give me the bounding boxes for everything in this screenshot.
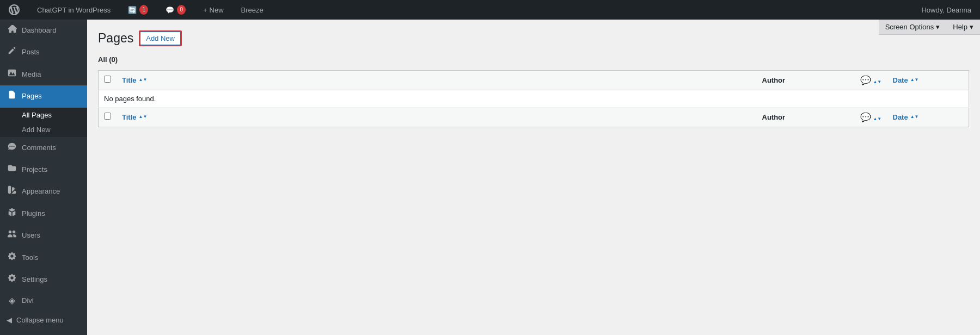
footer-column-date-header[interactable]: Date ▲▼	[887, 107, 969, 127]
screen-options-button[interactable]: Screen Options ▾	[879, 20, 947, 35]
table-header-row: Title ▲▼ Author 💬 ▲▼	[99, 70, 969, 90]
no-items-cell: No pages found.	[99, 90, 969, 107]
sidebar-item-users[interactable]: Users	[0, 225, 87, 246]
top-bar: Screen Options ▾ Help ▾	[879, 20, 980, 35]
media-icon	[7, 68, 17, 81]
adminbar-comments[interactable]: 💬 0	[161, 0, 190, 20]
dashboard-icon	[7, 24, 17, 37]
sidebar-item-pages[interactable]: Pages	[0, 85, 87, 107]
sidebar-item-tools[interactable]: Tools	[0, 247, 87, 269]
pages-icon	[7, 90, 17, 103]
adminbar-updates[interactable]: 🔄 1	[124, 0, 152, 20]
select-all-checkbox[interactable]	[104, 76, 111, 83]
admin-bar: ChatGPT in WordPress 🔄 1 💬 0 + New Breez…	[0, 0, 980, 20]
collapse-icon: ◀	[7, 316, 12, 324]
footer-date-sort-arrows: ▲▼	[910, 115, 919, 119]
footer-column-title-header[interactable]: Title ▲▼	[117, 107, 757, 127]
sidebar-subitem-add-new[interactable]: Add New	[0, 122, 87, 137]
plugins-icon	[7, 207, 17, 220]
main-content: Pages Add New All (0)	[87, 20, 980, 335]
sidebar-item-divi[interactable]: ◈ Divi	[0, 290, 87, 311]
column-date-header[interactable]: Date ▲▼	[887, 70, 969, 90]
sidebar-item-plugins[interactable]: Plugins	[0, 203, 87, 225]
adminbar-new[interactable]: + New	[199, 0, 228, 20]
comments-sort-arrows: ▲▼	[873, 80, 881, 84]
projects-icon	[7, 163, 17, 176]
filter-bar: All (0)	[98, 55, 969, 64]
sidebar-item-projects[interactable]: Projects	[0, 159, 87, 181]
tools-icon	[7, 251, 17, 264]
footer-select-all-checkbox[interactable]	[104, 113, 111, 120]
sidebar-item-appearance[interactable]: Appearance	[0, 181, 87, 202]
footer-comments-sort-icon: 💬	[860, 113, 871, 122]
column-title-header[interactable]: Title ▲▼	[117, 70, 757, 90]
sidebar-item-media[interactable]: Media	[0, 64, 87, 85]
footer-column-comments-header[interactable]: 💬 ▲▼	[855, 107, 887, 127]
sidebar-item-comments[interactable]: Comments	[0, 137, 87, 159]
footer-title-sort-arrows: ▲▼	[139, 115, 148, 119]
column-comments-header[interactable]: 💬 ▲▼	[855, 70, 887, 90]
divi-icon: ◈	[7, 295, 17, 307]
filter-all-link[interactable]: All (0)	[98, 55, 118, 64]
adminbar-wp-logo[interactable]	[4, 0, 24, 20]
page-title: Pages	[98, 30, 133, 47]
adminbar-howdy[interactable]: Howdy, Deanna	[917, 0, 976, 20]
select-all-column[interactable]	[99, 70, 117, 90]
sidebar-item-posts[interactable]: Posts	[0, 41, 87, 63]
add-new-button[interactable]: Add New	[140, 32, 181, 45]
help-button[interactable]: Help ▾	[946, 20, 980, 35]
page-header: Pages Add New	[98, 30, 969, 47]
comments-sort-icon: 💬	[860, 76, 871, 85]
adminbar-site-name[interactable]: ChatGPT in WordPress	[33, 0, 115, 20]
settings-icon	[7, 273, 17, 286]
date-sort-arrows: ▲▼	[910, 78, 919, 82]
sidebar-item-settings[interactable]: Settings	[0, 269, 87, 290]
admin-menu: Dashboard Posts Media Pages All Pages	[0, 20, 87, 335]
sidebar-subitem-all-pages[interactable]: All Pages	[0, 108, 87, 122]
footer-comments-sort-arrows: ▲▼	[873, 117, 881, 121]
comments-icon	[7, 141, 17, 154]
footer-select-all-column[interactable]	[99, 107, 117, 127]
appearance-icon	[7, 185, 17, 198]
pages-table: Title ▲▼ Author 💬 ▲▼	[98, 70, 969, 127]
footer-column-author-header: Author	[757, 107, 855, 127]
collapse-menu-button[interactable]: ◀ Collapse menu	[0, 312, 87, 328]
adminbar-breeze[interactable]: Breeze	[237, 0, 268, 20]
users-icon	[7, 229, 17, 242]
column-author-header: Author	[757, 70, 855, 90]
posts-icon	[7, 46, 17, 59]
no-items-row: No pages found.	[99, 90, 969, 107]
sidebar-item-dashboard[interactable]: Dashboard	[0, 20, 87, 41]
table-footer-row: Title ▲▼ Author 💬 ▲▼	[99, 107, 969, 127]
title-sort-arrows: ▲▼	[139, 78, 148, 82]
